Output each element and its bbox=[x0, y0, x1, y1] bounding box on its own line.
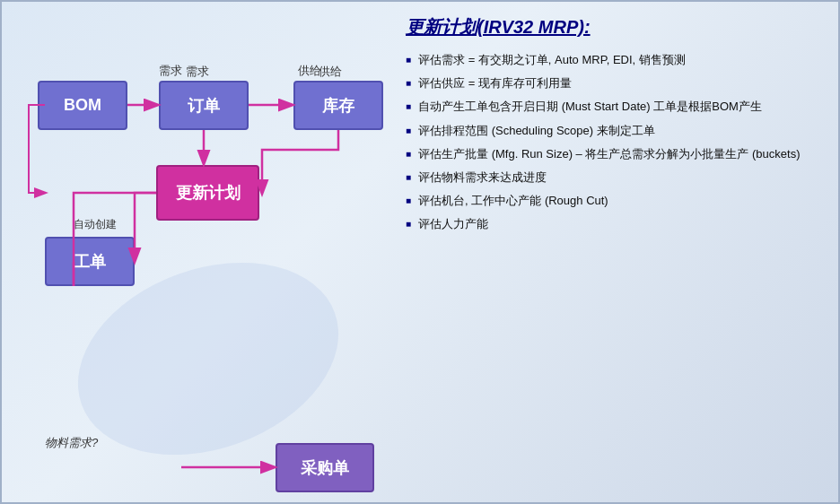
bullet-item-3: 自动产生工单包含开启日期 (Must Start Date) 工单是根据BOM产… bbox=[406, 99, 825, 115]
bom-box: BOM bbox=[38, 81, 127, 130]
bullet-item-1: 评估需求 = 有交期之订单, Auto MRP, EDI, 销售预测 bbox=[406, 52, 825, 68]
update-plan-box: 更新计划 bbox=[156, 165, 259, 221]
demand-label: 需求 bbox=[159, 63, 182, 79]
svg-text:需求: 需求 bbox=[186, 65, 209, 78]
content-area: 更新计划(IRV32 MRP): 评估需求 = 有交期之订单, Auto MRP… bbox=[406, 15, 825, 489]
purchase-order-box: 采购单 bbox=[276, 443, 374, 492]
supply-label: 供给 bbox=[298, 63, 321, 79]
content-title: 更新计划(IRV32 MRP): bbox=[406, 15, 825, 39]
order-box: 订单 bbox=[159, 81, 249, 130]
svg-text:供给: 供给 bbox=[319, 65, 342, 78]
flow-diagram: 需求 供给 BOM 订单 库存 更新计划 工单 采购单 自动创建 物料需求? bbox=[20, 29, 397, 495]
bullet-item-8: 评估人力产能 bbox=[406, 216, 825, 232]
inventory-box: 库存 bbox=[293, 81, 383, 130]
material-demand-label: 物料需求? bbox=[45, 435, 98, 451]
bullet-item-4: 评估排程范围 (Scheduling Scope) 来制定工单 bbox=[406, 123, 825, 139]
bullet-list: 评估需求 = 有交期之订单, Auto MRP, EDI, 销售预测 评估供应 … bbox=[406, 52, 825, 233]
bullet-item-6: 评估物料需求来达成进度 bbox=[406, 169, 825, 186]
bullet-item-5: 评估生产批量 (Mfg. Run Size) – 将生产总需求分解为小批量生产 … bbox=[406, 146, 825, 162]
bullet-item-7: 评估机台, 工作中心产能 (Rough Cut) bbox=[406, 193, 825, 209]
slide: 需求 供给 BOM 订单 库存 更新计划 工单 采购单 自动创建 物料需求? bbox=[0, 0, 840, 504]
work-order-box: 工单 bbox=[45, 237, 135, 286]
bullet-item-2: 评估供应 = 现有库存可利用量 bbox=[406, 75, 825, 91]
auto-create-label: 自动创建 bbox=[74, 217, 117, 232]
